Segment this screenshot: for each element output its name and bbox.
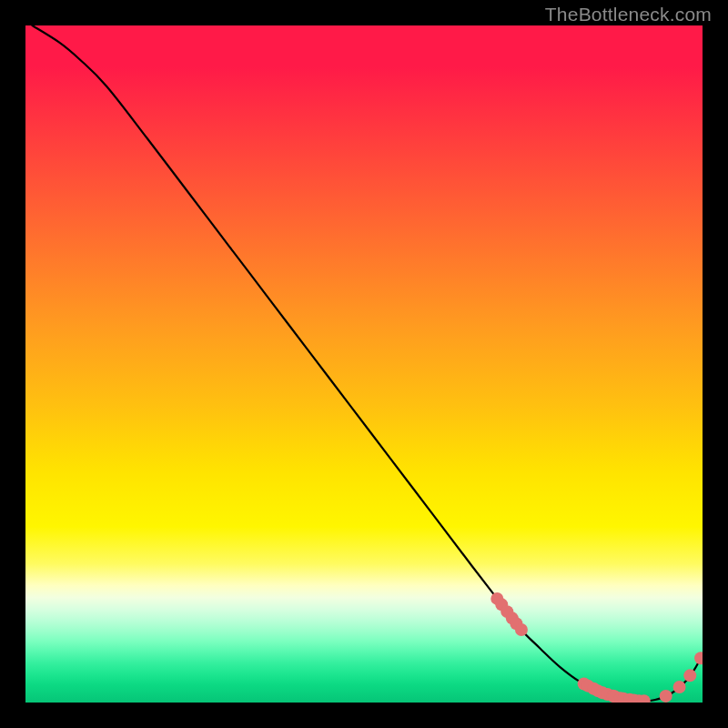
- bottleneck-curve-path: [32, 25, 703, 702]
- plot-area: [25, 25, 703, 703]
- watermark-text: TheBottleneck.com: [545, 4, 712, 25]
- data-dots: [490, 592, 703, 703]
- data-dot: [683, 669, 696, 682]
- data-dot: [673, 681, 686, 693]
- chart-svg: [25, 25, 703, 703]
- data-dot: [515, 623, 528, 636]
- data-dot: [694, 652, 703, 664]
- data-dot: [660, 690, 672, 703]
- chart-stage: TheBottleneck.com: [0, 0, 728, 728]
